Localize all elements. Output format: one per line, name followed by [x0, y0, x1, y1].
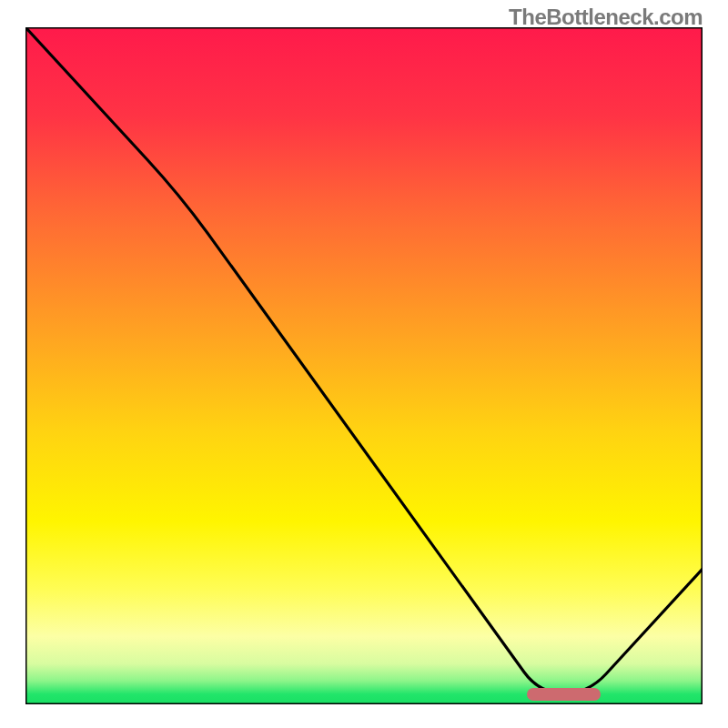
chart-svg: [25, 27, 703, 704]
plot-area: [25, 27, 703, 704]
optimal-range-marker: [527, 688, 602, 701]
watermark-text: TheBottleneck.com: [509, 5, 703, 30]
chart-root: TheBottleneck.com: [0, 0, 728, 728]
gradient-rect: [25, 27, 703, 704]
